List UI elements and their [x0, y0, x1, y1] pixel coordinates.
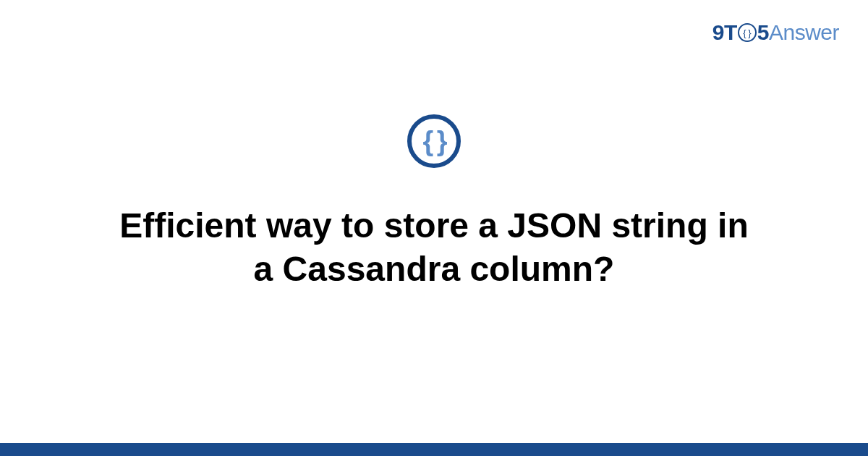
json-category-icon: { }	[407, 114, 461, 168]
footer-accent-bar	[0, 443, 868, 456]
main-content: { } Efficient way to store a JSON string…	[0, 0, 868, 456]
braces-icon: { }	[422, 127, 445, 155]
question-title: Efficient way to store a JSON string in …	[80, 204, 788, 291]
